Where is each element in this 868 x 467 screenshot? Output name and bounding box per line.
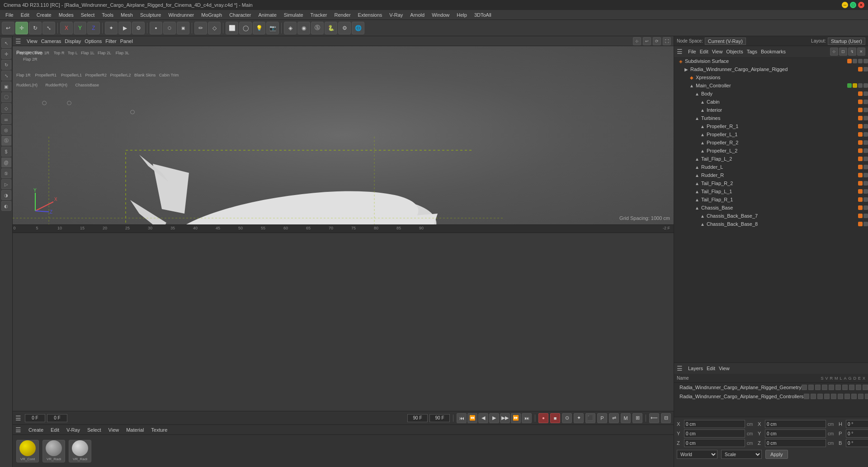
coord-x-input[interactable] [684, 420, 745, 428]
obj-points[interactable]: ● [150, 22, 162, 34]
maximize-button[interactable]: □ [850, 2, 856, 8]
material-vr-cont[interactable]: VR_Cont [16, 440, 39, 462]
menu-sculpture[interactable]: Sculpture [137, 11, 165, 19]
menu-tools[interactable]: Tools [98, 11, 117, 19]
stop-record-button[interactable]: ■ [550, 413, 560, 423]
bounce-button[interactable]: ⇌ [609, 413, 619, 423]
lp-menu-edit[interactable]: Edit [707, 366, 715, 371]
tree-tail-flap-r2[interactable]: ▲ Tail_Flap_R_2 [674, 179, 868, 187]
current-frame-field[interactable]: 0 F [47, 414, 67, 422]
tl-edit[interactable]: Edit [49, 427, 61, 433]
tl-create[interactable]: Create [27, 427, 45, 433]
flag-r2[interactable] [817, 394, 823, 399]
snap-button[interactable]: ⟵ [649, 413, 659, 423]
end-frame1[interactable]: 90 F [407, 414, 428, 422]
layer-geometry[interactable]: Radia_Windrunner_Cargo_Airplane_Rigged_G… [674, 383, 868, 392]
menu-window[interactable]: Window [428, 11, 453, 19]
layer-controllers[interactable]: Radia_Windrunner_Cargo_Airplane_Rigged_C… [674, 392, 868, 401]
vp-menu-filter[interactable]: Filter [105, 38, 116, 44]
lt-select[interactable]: ↖ [1, 38, 11, 48]
flag-e2[interactable] [858, 394, 863, 399]
lt-cam2[interactable]: ◑ [1, 190, 11, 200]
multi-frame-btn[interactable]: ⊟ [661, 413, 671, 423]
coord-y-input[interactable] [684, 429, 745, 438]
sm-menu-objects[interactable]: Objects [726, 49, 743, 54]
menu-tracker[interactable]: Tracker [307, 11, 331, 19]
rotate-button[interactable]: ↻ [29, 22, 42, 34]
menu-render[interactable]: Render [330, 11, 354, 19]
lt-anim[interactable]: @ [1, 157, 11, 167]
prefs-btn[interactable]: ⚙ [338, 22, 351, 34]
tree-tail-flap-l1[interactable]: ▲ Tail_Flap_L_1 [674, 187, 868, 195]
flag-l2[interactable] [831, 394, 836, 399]
sm-menu-file[interactable]: File [688, 49, 696, 54]
go-start-button[interactable]: ⏮ [457, 413, 467, 423]
flag-x2[interactable] [865, 394, 868, 399]
viewport-menu-icon[interactable]: ☰ [15, 38, 21, 45]
vp-menu-view[interactable]: View [27, 38, 38, 44]
prev-frame-button[interactable]: ⏪ [467, 413, 477, 423]
loop-button[interactable]: P [597, 413, 607, 423]
lt-light2[interactable]: ◐ [1, 201, 11, 211]
motion-button[interactable]: M [621, 413, 631, 423]
menu-simulate[interactable]: Simulate [280, 11, 307, 19]
key-all-button[interactable]: ✦ [574, 413, 584, 423]
script-btn[interactable]: Ⓢ [311, 22, 324, 34]
timeline-track[interactable] [13, 233, 674, 411]
lt-lasso[interactable]: 〇 [1, 92, 11, 102]
menu-select[interactable]: Select [77, 11, 99, 19]
tree-interior[interactable]: ▲ Interior [674, 106, 868, 114]
lt-rotate[interactable]: ↻ [1, 60, 11, 70]
flag-v1[interactable] [808, 385, 814, 390]
tree-chassis-back-8[interactable]: ▲ Chassis_Back_Base_8 [674, 220, 868, 228]
tree-tail-flap-r1[interactable]: ▲ Tail_Flap_R_1 [674, 195, 868, 204]
vp-menu-options[interactable]: Options [85, 38, 102, 44]
tree-rudder-r[interactable]: ▲ Rudder_R [674, 171, 868, 179]
preview-button[interactable]: ⬛ [585, 413, 595, 423]
coord-p-input[interactable] [765, 429, 826, 438]
lt-box[interactable]: ▣ [1, 81, 11, 91]
tree-rudder-l[interactable]: ▲ Rudder_L [674, 163, 868, 171]
start-frame-field[interactable]: 0 F [25, 414, 45, 422]
next-frame-button[interactable]: ⏩ [511, 413, 521, 423]
vp-tool-4[interactable]: ⛶ [663, 37, 671, 45]
flag-s1[interactable] [802, 385, 807, 390]
coord-b-input[interactable] [765, 439, 826, 447]
xyz-y[interactable]: Y [74, 22, 86, 34]
flag-v2[interactable] [811, 394, 816, 399]
tree-radia-windrunner[interactable]: ▶ Radia_Windrunner_Cargo_Airplane_Rigged [674, 65, 868, 73]
sm-menu-bookmarks[interactable]: Bookmarks [761, 49, 786, 54]
tl-texture[interactable]: Texture [149, 427, 169, 433]
xyz-z[interactable]: Z [87, 22, 100, 34]
prev-play-button[interactable]: ◀ [478, 413, 488, 423]
menu-mesh[interactable]: Mesh [117, 11, 137, 19]
flag-d2[interactable] [851, 394, 857, 399]
menu-edit[interactable]: Edit [17, 11, 33, 19]
sm-menu-edit[interactable]: Edit [700, 49, 708, 54]
tree-tail-flap-l2[interactable]: ▲ Tail_Flap_L_2 [674, 155, 868, 163]
tree-main-controller[interactable]: ▲ Main_Controller [674, 81, 868, 90]
tree-xpressions[interactable]: ◆ Xpressions [674, 73, 868, 81]
flag-l1[interactable] [829, 385, 834, 390]
lt-poly[interactable]: ◇ [1, 103, 11, 113]
flag-x1[interactable] [863, 385, 868, 390]
menu-help[interactable]: Help [453, 11, 471, 19]
light-btn[interactable]: 💡 [253, 22, 265, 34]
coord-z-input[interactable] [684, 439, 745, 447]
tl-vray[interactable]: V-Ray [65, 427, 82, 433]
tree-prop-l2[interactable]: ▲ Propeller_L_2 [674, 147, 868, 155]
coord-hrot-input[interactable] [846, 420, 868, 428]
py-btn[interactable]: 🐍 [325, 22, 337, 34]
next-play-button[interactable]: ▶▶ [500, 413, 510, 423]
menu-extensions[interactable]: Extensions [354, 11, 386, 19]
apply-button[interactable]: Apply [765, 450, 788, 459]
3d-viewport[interactable]: Flap 3R Flap 1R Top R Top L Flap 1L Flap… [13, 46, 674, 224]
tree-chassis-base[interactable]: ▲ Chassis_Base [674, 204, 868, 212]
material-vr-radi2[interactable]: VR_Radi [69, 440, 91, 462]
close-button[interactable]: ✕ [858, 2, 864, 8]
xyz-x[interactable]: X [60, 22, 73, 34]
tree-body[interactable]: ▲ Body [674, 90, 868, 98]
obj-edges[interactable]: ⬡ [163, 22, 176, 34]
coord-prot-input[interactable] [846, 429, 868, 438]
lt-scale[interactable]: ⤡ [1, 71, 11, 81]
